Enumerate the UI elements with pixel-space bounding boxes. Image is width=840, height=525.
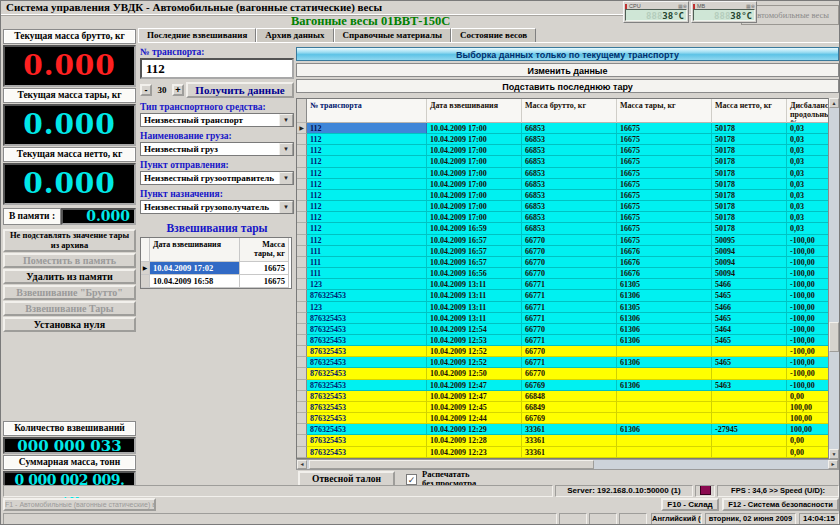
table-cell[interactable]: 876325453: [307, 447, 427, 458]
table-cell[interactable]: 10.04.2009 17:00: [427, 190, 522, 201]
table-cell[interactable]: 876325453: [307, 413, 427, 424]
table-row[interactable]: 87632545310.04.2009 12:5266771613065465-…: [297, 357, 838, 368]
tare-date-cell[interactable]: 10.04.2009 17:02: [150, 262, 240, 275]
table-cell[interactable]: 876325453: [307, 290, 427, 301]
tare-date-cell[interactable]: 10.04.2009 16:58: [150, 275, 240, 288]
table-cell[interactable]: 66769: [522, 413, 617, 424]
table-cell[interactable]: 5465: [712, 335, 787, 346]
table-cell[interactable]: 16675: [617, 190, 712, 201]
tare-row[interactable]: ▶10.04.2009 17:0216675: [141, 262, 291, 275]
table-cell[interactable]: 10.04.2009 16:57: [427, 257, 522, 268]
table-cell[interactable]: 10.04.2009 17:00: [427, 156, 522, 167]
table-cell[interactable]: 5464: [712, 324, 787, 335]
tare-mass-cell[interactable]: 16675: [240, 262, 289, 275]
table-cell[interactable]: 876325453: [307, 368, 427, 379]
table-cell[interactable]: 10.04.2009 12:52: [427, 357, 522, 368]
f1-scales-button[interactable]: F1 - Автомобильные (вагонные статические…: [3, 498, 156, 511]
table-cell[interactable]: 50178: [712, 168, 787, 179]
table-cell[interactable]: 50094: [712, 246, 787, 257]
table-row[interactable]: 11210.04.2009 17:006685316675501780,03: [297, 179, 838, 190]
table-row[interactable]: 12310.04.2009 13:1166771613055466-100,00: [297, 279, 838, 290]
table-cell[interactable]: 66853: [522, 168, 617, 179]
table-row[interactable]: 12310.04.2009 13:1166771613055466-100,00: [297, 302, 838, 313]
table-cell[interactable]: 10.04.2009 12:47: [427, 380, 522, 391]
table-cell[interactable]: 66853: [522, 156, 617, 167]
table-row[interactable]: 87632545310.04.2009 12:293336161306-2794…: [297, 424, 838, 435]
table-cell[interactable]: 50178: [712, 145, 787, 156]
table-cell[interactable]: 66770: [522, 257, 617, 268]
table-cell[interactable]: 66770: [522, 235, 617, 246]
chevron-down-icon[interactable]: ▼: [279, 172, 293, 185]
table-cell[interactable]: 66769: [522, 380, 617, 391]
table-cell[interactable]: 112: [307, 223, 427, 234]
table-cell[interactable]: -100,00: [787, 368, 829, 379]
table-cell[interactable]: -100,00: [787, 268, 829, 279]
f12-security-button[interactable]: F12 - Система безопасности: [722, 498, 839, 511]
table-cell[interactable]: 10.04.2009 12:53: [427, 335, 522, 346]
table-cell[interactable]: 5465: [712, 313, 787, 324]
table-cell[interactable]: 876325453: [307, 435, 427, 446]
table-cell[interactable]: -100,00: [787, 324, 829, 335]
destination-select[interactable]: Неизвестный грузополучатель▼: [140, 200, 294, 214]
table-row[interactable]: 11210.04.2009 17:006685316675501780,03: [297, 134, 838, 145]
table-cell[interactable]: [712, 447, 787, 458]
table-cell[interactable]: [712, 413, 787, 424]
table-cell[interactable]: 10.04.2009 16:57: [427, 246, 522, 257]
table-row[interactable]: 11210.04.2009 17:006685316675501780,03: [297, 168, 838, 179]
table-cell[interactable]: 50095: [712, 235, 787, 246]
substitute-last-tare-button[interactable]: Подставить последнюю тару: [296, 79, 839, 93]
table-cell[interactable]: 876325453: [307, 380, 427, 391]
table-cell[interactable]: 50178: [712, 201, 787, 212]
table-cell[interactable]: -100,00: [787, 380, 829, 391]
table-cell[interactable]: 876325453: [307, 335, 427, 346]
table-cell[interactable]: 876325453: [307, 402, 427, 413]
table-cell[interactable]: 10.04.2009 12:29: [427, 424, 522, 435]
table-cell[interactable]: 66853: [522, 179, 617, 190]
f10-warehouse-button[interactable]: F10 - Склад: [661, 498, 719, 511]
table-cell[interactable]: [712, 346, 787, 357]
table-cell[interactable]: 61306: [617, 324, 712, 335]
vehicle-type-select[interactable]: Неизвестный транспорт▼: [140, 113, 294, 127]
table-cell[interactable]: 16676: [617, 246, 712, 257]
table-row[interactable]: 87632545310.04.2009 12:47668480,00: [297, 391, 838, 402]
table-cell[interactable]: 66770: [522, 346, 617, 357]
table-row[interactable]: 11210.04.2009 17:006685316675501780,03: [297, 156, 838, 167]
put-to-memory-button[interactable]: Поместить в память: [3, 253, 136, 268]
horizontal-scrollbar[interactable]: ◄ ►: [296, 459, 839, 470]
table-cell[interactable]: 112: [307, 134, 427, 145]
table-row[interactable]: 11210.04.2009 17:006685316675501780,03: [297, 212, 838, 223]
scroll-down-icon[interactable]: ▼: [829, 449, 839, 459]
table-cell[interactable]: -100,00: [787, 313, 829, 324]
tab-last-weighings[interactable]: Последние взвешивания: [138, 28, 256, 42]
table-cell[interactable]: 0,03: [787, 223, 829, 234]
scroll-right-icon[interactable]: ►: [828, 460, 838, 469]
table-cell[interactable]: 10.04.2009 17:00: [427, 201, 522, 212]
table-cell[interactable]: 876325453: [307, 424, 427, 435]
table-cell[interactable]: 50094: [712, 268, 787, 279]
table-cell[interactable]: 0,03: [787, 212, 829, 223]
table-cell[interactable]: 66771: [522, 313, 617, 324]
table-cell[interactable]: 5466: [712, 279, 787, 290]
table-cell[interactable]: 50178: [712, 134, 787, 145]
table-cell[interactable]: 10.04.2009 12:52: [427, 346, 522, 357]
table-cell[interactable]: 50094: [712, 257, 787, 268]
table-cell[interactable]: 61306: [617, 357, 712, 368]
tab-data-archive[interactable]: Архив данных: [256, 28, 333, 42]
table-cell[interactable]: 10.04.2009 17:00: [427, 168, 522, 179]
table-cell[interactable]: 66853: [522, 134, 617, 145]
table-cell[interactable]: 0,03: [787, 201, 829, 212]
table-cell[interactable]: 0,00: [787, 435, 829, 446]
table-row[interactable]: 11210.04.2009 16:57667701667550095-100,0…: [297, 235, 838, 246]
table-cell[interactable]: 50178: [712, 179, 787, 190]
table-row[interactable]: 87632545310.04.2009 12:5266770-100,00: [297, 346, 838, 357]
table-cell[interactable]: -100,00: [787, 290, 829, 301]
table-cell[interactable]: 66771: [522, 357, 617, 368]
table-cell[interactable]: [712, 435, 787, 446]
table-cell[interactable]: 112: [307, 168, 427, 179]
table-row[interactable]: 11110.04.2009 16:56667701667650094-100,0…: [297, 268, 838, 279]
table-cell[interactable]: 33361: [522, 424, 617, 435]
vertical-scroll-thumb[interactable]: [829, 322, 839, 352]
table-cell[interactable]: -100,00: [787, 246, 829, 257]
table-cell[interactable]: 10.04.2009 17:00: [427, 123, 522, 134]
table-cell[interactable]: 10.04.2009 12:44: [427, 413, 522, 424]
